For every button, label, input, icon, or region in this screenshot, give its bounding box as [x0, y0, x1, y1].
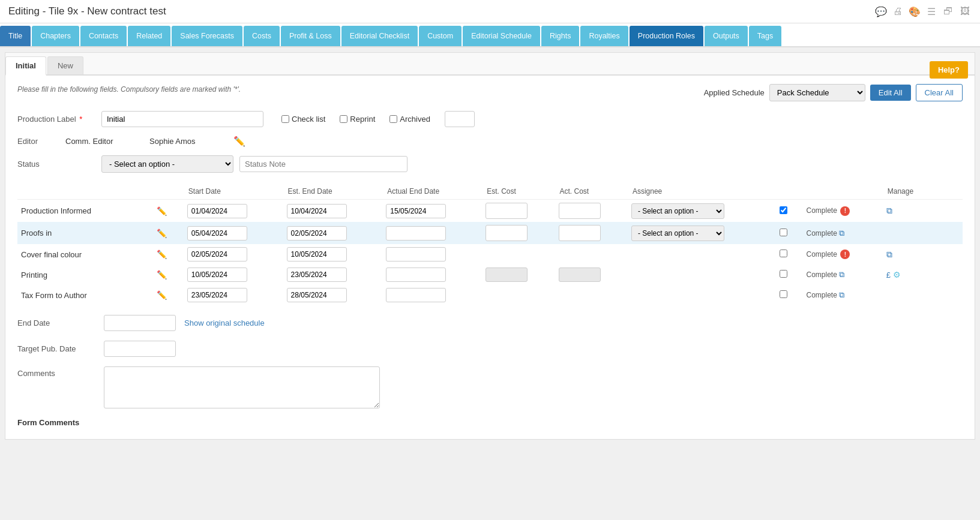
tab-production-roles[interactable]: Production Roles — [630, 26, 703, 46]
assignee-proofs-in[interactable]: - Select an option - — [631, 226, 724, 241]
comment-icon[interactable]: 💬 — [874, 5, 888, 18]
tab-tags[interactable]: Tags — [749, 26, 781, 46]
archived-label: Archived — [389, 115, 430, 124]
actual-end-production-informed[interactable] — [386, 204, 446, 218]
est-cost-proofs-in[interactable] — [485, 225, 528, 241]
edit-all-button[interactable]: Edit All — [870, 85, 911, 101]
row-edit-proofs-in[interactable]: ✏️ — [154, 229, 169, 238]
schedule-select[interactable]: Pack Schedule Standard Schedule Fast Tra… — [769, 84, 865, 101]
manage-icons-cover-final-colour: ⧉ — [886, 250, 959, 260]
archived-group: Archived — [389, 115, 430, 124]
window-icon[interactable]: 🗗 — [942, 5, 955, 18]
est-end-date-tax-form[interactable] — [287, 288, 347, 302]
settings-icon-printing[interactable]: ⚙ — [893, 270, 901, 279]
status-select[interactable]: - Select an option - — [101, 155, 233, 173]
table-row: Cover final colour ✏️ Complete ! — [17, 244, 963, 264]
est-cost-printing[interactable] — [485, 267, 528, 282]
archived-checkbox[interactable] — [389, 115, 397, 123]
page-title-bar: Editing - Tile 9x - New contract test 💬 … — [0, 0, 980, 23]
assignee-production-informed[interactable]: - Select an option - — [631, 203, 724, 219]
production-label-input[interactable] — [101, 111, 263, 127]
pound-icon-printing[interactable]: £ — [886, 270, 891, 279]
start-date-printing[interactable] — [187, 267, 247, 282]
checklist-label: Check list — [281, 115, 325, 124]
col-header-est-cost: Est. Cost — [482, 184, 555, 200]
row-checkbox-production-informed[interactable] — [780, 206, 787, 214]
copy-icon-cover-final-colour[interactable]: ⧉ — [886, 250, 892, 260]
palette-icon[interactable]: 🎨 — [908, 5, 921, 18]
tab-rights[interactable]: Rights — [541, 26, 579, 46]
est-end-date-cover-final-colour[interactable] — [287, 247, 347, 261]
est-end-date-production-informed[interactable] — [287, 204, 347, 218]
row-checkbox-tax-form[interactable] — [780, 290, 787, 298]
tab-sales-forecasts[interactable]: Sales Forecasts — [172, 26, 242, 46]
start-date-cover-final-colour[interactable] — [187, 247, 247, 261]
form-body: Please fill in the following fields. Com… — [5, 76, 975, 439]
start-date-proofs-in[interactable] — [187, 226, 247, 241]
row-checkbox-printing[interactable] — [780, 270, 787, 278]
tab-editorial-checklist[interactable]: Editorial Checklist — [341, 26, 418, 46]
act-cost-production-informed[interactable] — [559, 203, 601, 219]
comments-textarea[interactable] — [104, 366, 380, 408]
est-cost-production-informed[interactable] — [485, 203, 528, 219]
reprint-checkbox[interactable] — [340, 115, 347, 123]
tab-contacts[interactable]: Contacts — [80, 26, 127, 46]
act-cost-proofs-in[interactable] — [559, 225, 601, 241]
actual-end-printing[interactable] — [386, 267, 446, 282]
start-date-tax-form[interactable] — [187, 288, 247, 302]
show-original-link[interactable]: Show original schedule — [184, 318, 265, 327]
tab-bar: Title Chapters Contacts Related Sales Fo… — [0, 23, 980, 47]
est-end-date-proofs-in[interactable] — [287, 226, 347, 241]
tab-custom[interactable]: Custom — [419, 26, 461, 46]
actual-end-cover-final-colour[interactable] — [386, 247, 446, 261]
start-date-production-informed[interactable] — [187, 204, 247, 218]
help-button[interactable]: Help? — [930, 61, 968, 79]
end-date-input[interactable]: 28/05/2024 — [104, 315, 176, 331]
comm-editor-label: Comm. Editor — [65, 137, 137, 146]
end-date-section: End Date 28/05/2024 Show original schedu… — [17, 315, 963, 331]
sub-tab-initial[interactable]: Initial — [5, 56, 46, 76]
complete-label-production-informed: Complete — [807, 206, 837, 215]
checklist-checkbox[interactable] — [281, 115, 289, 123]
tab-editorial-schedule[interactable]: Editorial Schedule — [463, 26, 540, 46]
tab-profit-loss[interactable]: Profit & Loss — [281, 26, 340, 46]
col-header-start-date: Start Date — [184, 184, 283, 200]
copy-icon-proofs-in-complete[interactable]: ⧉ — [839, 229, 844, 238]
status-note-input[interactable] — [239, 156, 407, 172]
row-edit-cover-final-colour[interactable]: ✏️ — [154, 250, 169, 259]
tab-chapters[interactable]: Chapters — [32, 26, 79, 46]
print-icon[interactable]: 🖨 — [891, 5, 904, 18]
actual-end-proofs-in[interactable] — [386, 226, 446, 241]
image-icon[interactable]: 🖼 — [958, 5, 972, 18]
tab-costs[interactable]: Costs — [244, 26, 280, 46]
production-label-label: Production Label * — [17, 115, 95, 124]
copy-icon-tax-form-complete[interactable]: ⧉ — [839, 290, 844, 299]
row-edit-printing[interactable]: ✏️ — [154, 270, 169, 279]
act-cost-printing[interactable] — [559, 267, 601, 282]
editor-edit-button[interactable]: ✏️ — [233, 136, 245, 147]
manage-icons-printing: £ ⚙ — [886, 270, 959, 279]
tab-related[interactable]: Related — [128, 26, 170, 46]
list-icon[interactable]: ☰ — [925, 5, 938, 18]
copy-icon-production-informed[interactable]: ⧉ — [886, 206, 892, 216]
est-end-date-printing[interactable] — [287, 267, 347, 282]
notification-badge-production-informed: ! — [840, 206, 850, 216]
sub-tab-new[interactable]: New — [47, 56, 83, 74]
row-checkbox-cover-final-colour[interactable] — [780, 250, 787, 257]
tab-royalties[interactable]: Royalties — [580, 26, 628, 46]
actual-end-tax-form[interactable] — [386, 288, 446, 302]
tab-outputs[interactable]: Outputs — [705, 26, 748, 46]
col-header-manage: Manage — [883, 184, 963, 200]
row-checkbox-proofs-in[interactable] — [780, 229, 787, 236]
complete-label-printing: Complete — [807, 270, 837, 279]
row-edit-tax-form[interactable]: ✏️ — [154, 290, 169, 300]
col-header-act-cost: Act. Cost — [555, 184, 628, 200]
col-header-est-end: Est. End Date — [283, 184, 383, 200]
clear-all-button[interactable]: Clear All — [916, 84, 963, 101]
row-edit-production-informed[interactable]: ✏️ — [154, 206, 169, 216]
copy-icon-printing-complete[interactable]: ⧉ — [839, 270, 844, 279]
tab-title[interactable]: Title — [0, 26, 31, 46]
target-pub-date-input[interactable]: 03/03/2024 — [104, 341, 176, 357]
number-input[interactable]: 1 — [445, 111, 475, 127]
complete-label-tax-form: Complete — [807, 291, 837, 299]
